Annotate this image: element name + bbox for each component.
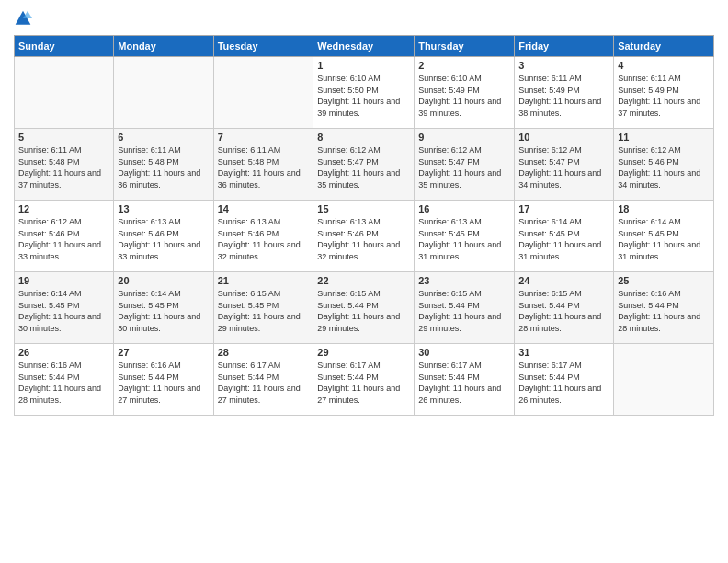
weekday-header-row: SundayMondayTuesdayWednesdayThursdayFrid… [15, 36, 714, 57]
cell-info: Sunrise: 6:14 AM Sunset: 5:45 PM Dayligh… [18, 288, 109, 334]
day-number: 18 [618, 203, 710, 214]
day-number: 6 [118, 132, 209, 143]
calendar-cell: 10Sunrise: 6:12 AM Sunset: 5:47 PM Dayli… [515, 129, 614, 201]
calendar-cell: 30Sunrise: 6:17 AM Sunset: 5:44 PM Dayli… [415, 344, 515, 416]
calendar-cell [15, 57, 114, 129]
calendar-cell [213, 57, 313, 129]
day-number: 11 [618, 132, 710, 143]
cell-info: Sunrise: 6:10 AM Sunset: 5:49 PM Dayligh… [418, 73, 510, 119]
cell-info: Sunrise: 6:17 AM Sunset: 5:44 PM Dayligh… [218, 360, 310, 406]
weekday-header-saturday: Saturday [614, 36, 714, 57]
cell-info: Sunrise: 6:14 AM Sunset: 5:45 PM Dayligh… [118, 288, 209, 334]
day-number: 28 [218, 347, 310, 358]
day-number: 16 [418, 203, 510, 214]
day-number: 29 [317, 347, 410, 358]
day-number: 19 [18, 275, 109, 286]
calendar-cell [614, 344, 714, 416]
calendar-cell: 24Sunrise: 6:15 AM Sunset: 5:44 PM Dayli… [515, 272, 614, 344]
calendar-cell: 25Sunrise: 6:16 AM Sunset: 5:44 PM Dayli… [614, 272, 714, 344]
calendar-cell: 26Sunrise: 6:16 AM Sunset: 5:44 PM Dayli… [15, 344, 114, 416]
day-number: 14 [218, 203, 310, 214]
calendar-cell: 5Sunrise: 6:11 AM Sunset: 5:48 PM Daylig… [15, 129, 114, 201]
calendar-cell [114, 57, 213, 129]
calendar-cell: 4Sunrise: 6:11 AM Sunset: 5:49 PM Daylig… [614, 57, 714, 129]
day-number: 26 [18, 347, 109, 358]
cell-info: Sunrise: 6:13 AM Sunset: 5:46 PM Dayligh… [317, 216, 410, 262]
day-number: 1 [317, 60, 410, 71]
calendar-cell: 7Sunrise: 6:11 AM Sunset: 5:48 PM Daylig… [213, 129, 313, 201]
week-row-5: 26Sunrise: 6:16 AM Sunset: 5:44 PM Dayli… [15, 344, 714, 416]
cell-info: Sunrise: 6:15 AM Sunset: 5:44 PM Dayligh… [317, 288, 410, 334]
logo-icon [14, 9, 32, 28]
calendar-cell: 9Sunrise: 6:12 AM Sunset: 5:47 PM Daylig… [415, 129, 515, 201]
calendar-cell: 6Sunrise: 6:11 AM Sunset: 5:48 PM Daylig… [114, 129, 213, 201]
calendar-cell: 8Sunrise: 6:12 AM Sunset: 5:47 PM Daylig… [313, 129, 415, 201]
weekday-header-sunday: Sunday [15, 36, 114, 57]
calendar-cell: 2Sunrise: 6:10 AM Sunset: 5:49 PM Daylig… [415, 57, 515, 129]
cell-info: Sunrise: 6:15 AM Sunset: 5:44 PM Dayligh… [518, 288, 609, 334]
weekday-header-tuesday: Tuesday [213, 36, 313, 57]
day-number: 8 [317, 132, 410, 143]
calendar-cell: 13Sunrise: 6:13 AM Sunset: 5:46 PM Dayli… [114, 201, 213, 272]
cell-info: Sunrise: 6:12 AM Sunset: 5:46 PM Dayligh… [18, 216, 109, 262]
cell-info: Sunrise: 6:13 AM Sunset: 5:46 PM Dayligh… [218, 216, 310, 262]
calendar-cell: 18Sunrise: 6:14 AM Sunset: 5:45 PM Dayli… [614, 201, 714, 272]
calendar-cell: 17Sunrise: 6:14 AM Sunset: 5:45 PM Dayli… [515, 201, 614, 272]
week-row-1: 1Sunrise: 6:10 AM Sunset: 5:50 PM Daylig… [15, 57, 714, 129]
cell-info: Sunrise: 6:16 AM Sunset: 5:44 PM Dayligh… [618, 288, 710, 334]
cell-info: Sunrise: 6:17 AM Sunset: 5:44 PM Dayligh… [518, 360, 609, 406]
day-number: 31 [518, 347, 609, 358]
day-number: 15 [317, 203, 410, 214]
day-number: 24 [518, 275, 609, 286]
day-number: 20 [118, 275, 209, 286]
week-row-3: 12Sunrise: 6:12 AM Sunset: 5:46 PM Dayli… [15, 201, 714, 272]
weekday-header-friday: Friday [515, 36, 614, 57]
cell-info: Sunrise: 6:15 AM Sunset: 5:45 PM Dayligh… [218, 288, 310, 334]
calendar-cell: 29Sunrise: 6:17 AM Sunset: 5:44 PM Dayli… [313, 344, 415, 416]
calendar-cell: 31Sunrise: 6:17 AM Sunset: 5:44 PM Dayli… [515, 344, 614, 416]
day-number: 5 [18, 132, 109, 143]
calendar-cell: 3Sunrise: 6:11 AM Sunset: 5:49 PM Daylig… [515, 57, 614, 129]
week-row-4: 19Sunrise: 6:14 AM Sunset: 5:45 PM Dayli… [15, 272, 714, 344]
day-number: 12 [18, 203, 109, 214]
calendar-cell: 22Sunrise: 6:15 AM Sunset: 5:44 PM Dayli… [313, 272, 415, 344]
weekday-header-thursday: Thursday [415, 36, 515, 57]
cell-info: Sunrise: 6:17 AM Sunset: 5:44 PM Dayligh… [418, 360, 510, 406]
day-number: 23 [418, 275, 510, 286]
calendar-cell: 1Sunrise: 6:10 AM Sunset: 5:50 PM Daylig… [313, 57, 415, 129]
day-number: 2 [418, 60, 510, 71]
logo [14, 9, 36, 28]
cell-info: Sunrise: 6:11 AM Sunset: 5:48 PM Dayligh… [18, 144, 109, 190]
calendar-cell: 12Sunrise: 6:12 AM Sunset: 5:46 PM Dayli… [15, 201, 114, 272]
cell-info: Sunrise: 6:11 AM Sunset: 5:48 PM Dayligh… [218, 144, 310, 190]
calendar-cell: 23Sunrise: 6:15 AM Sunset: 5:44 PM Dayli… [415, 272, 515, 344]
day-number: 17 [518, 203, 609, 214]
calendar-cell: 15Sunrise: 6:13 AM Sunset: 5:46 PM Dayli… [313, 201, 415, 272]
header [14, 9, 714, 28]
cell-info: Sunrise: 6:17 AM Sunset: 5:44 PM Dayligh… [317, 360, 410, 406]
cell-info: Sunrise: 6:11 AM Sunset: 5:49 PM Dayligh… [618, 73, 710, 119]
cell-info: Sunrise: 6:16 AM Sunset: 5:44 PM Dayligh… [18, 360, 109, 406]
cell-info: Sunrise: 6:12 AM Sunset: 5:47 PM Dayligh… [418, 144, 510, 190]
calendar-table: SundayMondayTuesdayWednesdayThursdayFrid… [14, 35, 714, 416]
day-number: 27 [118, 347, 209, 358]
day-number: 10 [518, 132, 609, 143]
calendar-cell: 14Sunrise: 6:13 AM Sunset: 5:46 PM Dayli… [213, 201, 313, 272]
cell-info: Sunrise: 6:13 AM Sunset: 5:46 PM Dayligh… [118, 216, 209, 262]
cell-info: Sunrise: 6:10 AM Sunset: 5:50 PM Dayligh… [317, 73, 410, 119]
cell-info: Sunrise: 6:16 AM Sunset: 5:44 PM Dayligh… [118, 360, 209, 406]
day-number: 25 [618, 275, 710, 286]
cell-info: Sunrise: 6:13 AM Sunset: 5:45 PM Dayligh… [418, 216, 510, 262]
day-number: 4 [618, 60, 710, 71]
day-number: 21 [218, 275, 310, 286]
day-number: 9 [418, 132, 510, 143]
cell-info: Sunrise: 6:14 AM Sunset: 5:45 PM Dayligh… [618, 216, 710, 262]
day-number: 22 [317, 275, 410, 286]
cell-info: Sunrise: 6:11 AM Sunset: 5:48 PM Dayligh… [118, 144, 209, 190]
day-number: 3 [518, 60, 609, 71]
calendar-cell: 19Sunrise: 6:14 AM Sunset: 5:45 PM Dayli… [15, 272, 114, 344]
calendar-cell: 28Sunrise: 6:17 AM Sunset: 5:44 PM Dayli… [213, 344, 313, 416]
calendar-cell: 27Sunrise: 6:16 AM Sunset: 5:44 PM Dayli… [114, 344, 213, 416]
week-row-2: 5Sunrise: 6:11 AM Sunset: 5:48 PM Daylig… [15, 129, 714, 201]
cell-info: Sunrise: 6:14 AM Sunset: 5:45 PM Dayligh… [518, 216, 609, 262]
